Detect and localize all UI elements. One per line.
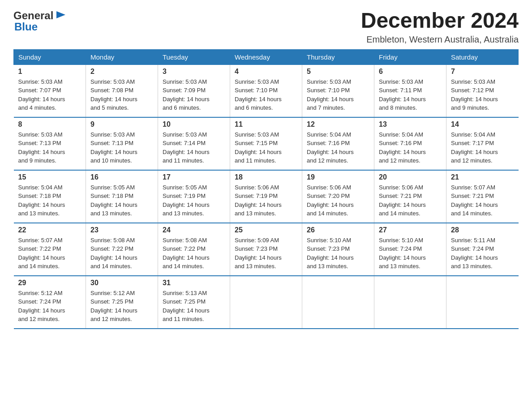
day-info: Sunrise: 5:05 AM Sunset: 7:19 PM Dayligh…: [163, 183, 225, 218]
day-info: Sunrise: 5:11 AM Sunset: 7:24 PM Dayligh…: [451, 236, 514, 271]
calendar-cell: 26 Sunrise: 5:10 AM Sunset: 7:23 PM Dayl…: [302, 223, 374, 276]
calendar-cell: 23 Sunrise: 5:08 AM Sunset: 7:22 PM Dayl…: [86, 223, 158, 276]
calendar-cell: 29 Sunrise: 5:12 AM Sunset: 7:24 PM Dayl…: [14, 276, 86, 329]
day-info: Sunrise: 5:04 AM Sunset: 7:16 PM Dayligh…: [379, 130, 442, 165]
weekday-header-monday: Monday: [86, 49, 158, 64]
day-number: 8: [18, 120, 82, 128]
weekday-header-wednesday: Wednesday: [230, 49, 302, 64]
day-info: Sunrise: 5:03 AM Sunset: 7:12 PM Dayligh…: [451, 77, 514, 112]
calendar-cell: 11 Sunrise: 5:03 AM Sunset: 7:15 PM Dayl…: [230, 117, 302, 170]
weekday-header-friday: Friday: [374, 49, 446, 64]
day-info: Sunrise: 5:13 AM Sunset: 7:25 PM Dayligh…: [163, 289, 225, 324]
calendar-cell: [230, 276, 302, 329]
calendar-cell: 1 Sunrise: 5:03 AM Sunset: 7:07 PM Dayli…: [14, 64, 86, 117]
day-info: Sunrise: 5:10 AM Sunset: 7:24 PM Dayligh…: [379, 236, 442, 271]
day-number: 9: [90, 120, 153, 128]
day-info: Sunrise: 5:03 AM Sunset: 7:15 PM Dayligh…: [235, 130, 297, 165]
calendar-week-row: 22 Sunrise: 5:07 AM Sunset: 7:22 PM Dayl…: [14, 223, 519, 276]
day-info: Sunrise: 5:04 AM Sunset: 7:16 PM Dayligh…: [307, 130, 369, 165]
day-info: Sunrise: 5:03 AM Sunset: 7:11 PM Dayligh…: [379, 77, 442, 112]
day-number: 30: [90, 279, 153, 287]
logo-blue-text: Blue: [14, 21, 38, 33]
page-subtitle: Embleton, Western Australia, Australia: [361, 34, 519, 45]
day-info: Sunrise: 5:03 AM Sunset: 7:08 PM Dayligh…: [90, 77, 153, 112]
calendar-cell: 8 Sunrise: 5:03 AM Sunset: 7:13 PM Dayli…: [14, 117, 86, 170]
day-number: 12: [307, 120, 369, 128]
day-number: 5: [307, 68, 369, 76]
calendar-cell: 16 Sunrise: 5:05 AM Sunset: 7:18 PM Dayl…: [86, 170, 158, 223]
day-info: Sunrise: 5:04 AM Sunset: 7:17 PM Dayligh…: [451, 130, 514, 165]
day-number: 29: [18, 279, 82, 287]
day-number: 11: [235, 120, 297, 128]
calendar-cell: 3 Sunrise: 5:03 AM Sunset: 7:09 PM Dayli…: [158, 64, 230, 117]
day-info: Sunrise: 5:03 AM Sunset: 7:13 PM Dayligh…: [18, 130, 82, 165]
calendar-cell: 2 Sunrise: 5:03 AM Sunset: 7:08 PM Dayli…: [86, 64, 158, 117]
day-number: 17: [163, 173, 225, 181]
day-info: Sunrise: 5:06 AM Sunset: 7:20 PM Dayligh…: [307, 183, 369, 218]
calendar-week-row: 8 Sunrise: 5:03 AM Sunset: 7:13 PM Dayli…: [14, 117, 519, 170]
day-number: 27: [379, 226, 442, 234]
day-info: Sunrise: 5:06 AM Sunset: 7:19 PM Dayligh…: [235, 183, 297, 218]
weekday-header-row: SundayMondayTuesdayWednesdayThursdayFrid…: [14, 49, 519, 64]
day-info: Sunrise: 5:12 AM Sunset: 7:25 PM Dayligh…: [90, 289, 153, 324]
day-info: Sunrise: 5:03 AM Sunset: 7:10 PM Dayligh…: [307, 77, 369, 112]
day-number: 1: [18, 68, 82, 76]
calendar-cell: [446, 276, 519, 329]
calendar-week-row: 1 Sunrise: 5:03 AM Sunset: 7:07 PM Dayli…: [14, 64, 519, 117]
logo: General Blue: [13, 9, 68, 33]
day-number: 28: [451, 226, 514, 234]
day-number: 18: [235, 173, 297, 181]
calendar-cell: 27 Sunrise: 5:10 AM Sunset: 7:24 PM Dayl…: [374, 223, 446, 276]
day-info: Sunrise: 5:03 AM Sunset: 7:13 PM Dayligh…: [90, 130, 153, 165]
day-number: 3: [163, 68, 225, 76]
day-info: Sunrise: 5:10 AM Sunset: 7:23 PM Dayligh…: [307, 236, 369, 271]
day-number: 20: [379, 173, 442, 181]
calendar-cell: 17 Sunrise: 5:05 AM Sunset: 7:19 PM Dayl…: [158, 170, 230, 223]
calendar-cell: 12 Sunrise: 5:04 AM Sunset: 7:16 PM Dayl…: [302, 117, 374, 170]
day-info: Sunrise: 5:12 AM Sunset: 7:24 PM Dayligh…: [18, 289, 82, 324]
day-info: Sunrise: 5:08 AM Sunset: 7:22 PM Dayligh…: [90, 236, 153, 271]
day-info: Sunrise: 5:08 AM Sunset: 7:22 PM Dayligh…: [163, 236, 225, 271]
day-number: 31: [163, 279, 225, 287]
calendar-cell: 15 Sunrise: 5:04 AM Sunset: 7:18 PM Dayl…: [14, 170, 86, 223]
day-number: 23: [90, 226, 153, 234]
day-info: Sunrise: 5:06 AM Sunset: 7:21 PM Dayligh…: [379, 183, 442, 218]
day-number: 19: [307, 173, 369, 181]
calendar-cell: 13 Sunrise: 5:04 AM Sunset: 7:16 PM Dayl…: [374, 117, 446, 170]
day-info: Sunrise: 5:03 AM Sunset: 7:10 PM Dayligh…: [235, 77, 297, 112]
day-info: Sunrise: 5:07 AM Sunset: 7:21 PM Dayligh…: [451, 183, 514, 218]
calendar-cell: 14 Sunrise: 5:04 AM Sunset: 7:17 PM Dayl…: [446, 117, 519, 170]
logo-general-text: General: [13, 9, 53, 22]
calendar-cell: 22 Sunrise: 5:07 AM Sunset: 7:22 PM Dayl…: [14, 223, 86, 276]
day-info: Sunrise: 5:03 AM Sunset: 7:09 PM Dayligh…: [163, 77, 225, 112]
calendar-cell: 6 Sunrise: 5:03 AM Sunset: 7:11 PM Dayli…: [374, 64, 446, 117]
calendar-cell: 10 Sunrise: 5:03 AM Sunset: 7:14 PM Dayl…: [158, 117, 230, 170]
calendar-cell: 7 Sunrise: 5:03 AM Sunset: 7:12 PM Dayli…: [446, 64, 519, 117]
day-number: 15: [18, 173, 82, 181]
day-number: 16: [90, 173, 153, 181]
page-title: December 2024: [361, 9, 519, 33]
day-number: 2: [90, 68, 153, 76]
calendar-cell: [374, 276, 446, 329]
day-info: Sunrise: 5:04 AM Sunset: 7:18 PM Dayligh…: [18, 183, 82, 218]
calendar-cell: 30 Sunrise: 5:12 AM Sunset: 7:25 PM Dayl…: [86, 276, 158, 329]
calendar-table: SundayMondayTuesdayWednesdayThursdayFrid…: [13, 49, 519, 329]
day-number: 21: [451, 173, 514, 181]
day-number: 7: [451, 68, 514, 76]
svg-marker-0: [56, 11, 65, 18]
calendar-cell: 19 Sunrise: 5:06 AM Sunset: 7:20 PM Dayl…: [302, 170, 374, 223]
calendar-week-row: 29 Sunrise: 5:12 AM Sunset: 7:24 PM Dayl…: [14, 276, 519, 329]
calendar-cell: 5 Sunrise: 5:03 AM Sunset: 7:10 PM Dayli…: [302, 64, 374, 117]
calendar-cell: 18 Sunrise: 5:06 AM Sunset: 7:19 PM Dayl…: [230, 170, 302, 223]
calendar-cell: 21 Sunrise: 5:07 AM Sunset: 7:21 PM Dayl…: [446, 170, 519, 223]
day-number: 26: [307, 226, 369, 234]
calendar-cell: 31 Sunrise: 5:13 AM Sunset: 7:25 PM Dayl…: [158, 276, 230, 329]
day-info: Sunrise: 5:09 AM Sunset: 7:23 PM Dayligh…: [235, 236, 297, 271]
calendar-cell: 24 Sunrise: 5:08 AM Sunset: 7:22 PM Dayl…: [158, 223, 230, 276]
day-info: Sunrise: 5:03 AM Sunset: 7:14 PM Dayligh…: [163, 130, 225, 165]
calendar-cell: [302, 276, 374, 329]
day-number: 13: [379, 120, 442, 128]
weekday-header-thursday: Thursday: [302, 49, 374, 64]
day-number: 14: [451, 120, 514, 128]
day-number: 25: [235, 226, 297, 234]
